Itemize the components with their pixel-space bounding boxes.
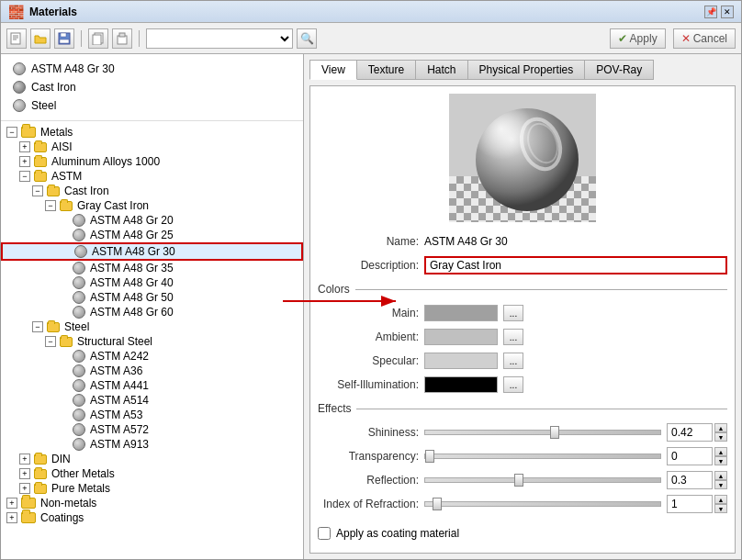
tab-povray[interactable]: POV-Ray <box>584 60 654 80</box>
shininess-thumb[interactable] <box>550 426 559 439</box>
expand-din-icon[interactable]: + <box>19 454 30 465</box>
reflection-track[interactable] <box>424 477 661 483</box>
reflection-row: Reflection: ▲ ▼ <box>318 470 727 490</box>
tree-item-gr35[interactable]: ASTM A48 Gr 35 <box>1 261 303 275</box>
collapse-steel-icon[interactable]: − <box>32 321 43 332</box>
main-color-btn[interactable]: ... <box>503 305 523 321</box>
refraction-up[interactable]: ▲ <box>714 495 727 504</box>
expand-other-icon[interactable]: + <box>19 468 30 479</box>
shininess-down[interactable]: ▼ <box>714 432 727 442</box>
tree-item-astm[interactable]: − ASTM <box>1 169 303 184</box>
transparency-thumb[interactable] <box>425 450 434 463</box>
description-input[interactable] <box>424 256 727 274</box>
collapse-gray-icon[interactable]: − <box>45 200 56 211</box>
expand-aisi-icon[interactable]: + <box>19 141 30 152</box>
tab-physical[interactable]: Physical Properties <box>467 60 586 80</box>
tree-item-gray-cast-iron[interactable]: − Gray Cast Iron <box>1 198 303 213</box>
category-dropdown[interactable] <box>146 28 293 49</box>
transparency-down[interactable]: ▼ <box>714 456 727 465</box>
expand-nonmetals-icon[interactable]: + <box>6 498 17 509</box>
tab-view[interactable]: View <box>309 60 357 80</box>
transparency-up[interactable]: ▲ <box>714 447 727 456</box>
close-button[interactable]: ✕ <box>721 6 734 18</box>
tree-item-gr30[interactable]: ASTM A48 Gr 30 <box>1 242 303 261</box>
shininess-input[interactable] <box>667 423 713 442</box>
reflection-input[interactable] <box>667 471 713 489</box>
svg-rect-10 <box>119 33 125 37</box>
refraction-track[interactable] <box>424 501 661 507</box>
aluminum-label: Aluminum Alloys 1000 <box>51 155 160 168</box>
collapse-astm-icon[interactable]: − <box>19 171 30 182</box>
ambient-color-btn[interactable]: ... <box>503 329 523 345</box>
tree-item-nonmetals[interactable]: + Non-metals <box>1 496 303 510</box>
tree-item-gr40[interactable]: ASTM A48 Gr 40 <box>1 275 303 290</box>
tree-item-din[interactable]: + DIN <box>1 452 303 466</box>
fav-icon-0 <box>12 62 27 76</box>
tree-item-gr20[interactable]: ASTM A48 Gr 20 <box>1 213 303 228</box>
collapse-structural-icon[interactable]: − <box>45 336 56 347</box>
cast-iron-astm-label: Cast Iron <box>64 185 109 197</box>
a441-label: ASTM A441 <box>90 379 149 392</box>
refraction-down[interactable]: ▼ <box>714 504 727 513</box>
tree-item-gr50[interactable]: ASTM A48 Gr 50 <box>1 290 303 305</box>
collapse-metals-icon[interactable]: − <box>6 127 17 138</box>
open-button[interactable] <box>30 28 51 49</box>
tree-item-a36[interactable]: ASTM A36 <box>1 364 303 378</box>
coating-checkbox[interactable] <box>318 527 331 540</box>
ambient-color-swatch[interactable] <box>424 329 498 345</box>
expand-aluminum-icon[interactable]: + <box>19 156 30 167</box>
tree-item-a53[interactable]: ASTM A53 <box>1 408 303 422</box>
tree-item-metals[interactable]: − Metals <box>1 125 303 140</box>
pin-button[interactable]: 📌 <box>704 6 717 18</box>
tree-item-a242[interactable]: ASTM A242 <box>1 349 303 364</box>
reflection-down[interactable]: ▼ <box>714 480 727 489</box>
expand-pure-icon[interactable]: + <box>19 483 30 494</box>
sphere-svg <box>467 103 587 213</box>
shininess-track[interactable] <box>424 430 661 435</box>
copy-button[interactable] <box>88 28 108 49</box>
tree-item-pure-metals[interactable]: + Pure Metals <box>1 481 303 496</box>
tree-item-other-metals[interactable]: + Other Metals <box>1 466 303 481</box>
paste-button[interactable] <box>112 28 132 49</box>
new-button[interactable] <box>6 28 27 49</box>
tree-item-structural[interactable]: − Structural Steel <box>1 334 303 349</box>
tree-item-a441[interactable]: ASTM A441 <box>1 378 303 393</box>
transparency-track[interactable] <box>424 454 661 459</box>
reflection-thumb[interactable] <box>514 474 523 487</box>
shininess-row: Shininess: ▲ ▼ <box>318 422 727 442</box>
tree-item-a572[interactable]: ASTM A572 <box>1 422 303 437</box>
tab-hatch[interactable]: Hatch <box>415 60 467 80</box>
tree-item-aisi[interactable]: + AISI <box>1 140 303 154</box>
favorite-item-2[interactable]: Steel <box>8 96 296 115</box>
favorite-item-0[interactable]: ASTM A48 Gr 30 <box>8 60 296 78</box>
tree-item-aluminum[interactable]: + Aluminum Alloys 1000 <box>1 154 303 169</box>
transparency-input[interactable] <box>667 447 713 465</box>
tree-item-cast-iron-astm[interactable]: − Cast Iron <box>1 184 303 198</box>
favorite-item-1[interactable]: Cast Iron <box>8 78 296 96</box>
tab-texture[interactable]: Texture <box>356 60 416 80</box>
tree-item-a514[interactable]: ASTM A514 <box>1 393 303 408</box>
specular-color-swatch[interactable] <box>424 353 498 369</box>
reflection-up[interactable]: ▲ <box>714 471 727 480</box>
right-panel: View Texture Hatch Physical Properties P… <box>304 54 741 559</box>
tree-item-steel-astm[interactable]: − Steel <box>1 319 303 334</box>
tree-item-gr60[interactable]: ASTM A48 Gr 60 <box>1 305 303 319</box>
shininess-up[interactable]: ▲ <box>714 423 727 432</box>
refraction-thumb[interactable] <box>433 498 442 510</box>
specular-color-btn[interactable]: ... <box>503 353 523 369</box>
collapse-castiron-icon[interactable]: − <box>32 185 43 196</box>
cancel-button[interactable]: ✕ Cancel <box>673 28 736 49</box>
tree-item-gr25[interactable]: ASTM A48 Gr 25 <box>1 228 303 242</box>
expand-coatings-icon[interactable]: + <box>6 512 17 523</box>
save-button[interactable] <box>54 28 74 49</box>
selfillum-color-btn[interactable]: ... <box>503 376 523 393</box>
refraction-input[interactable] <box>667 495 713 513</box>
main-color-swatch[interactable] <box>424 305 498 321</box>
tree-item-a913[interactable]: ASTM A913 <box>1 437 303 452</box>
selfillum-color-swatch[interactable] <box>424 376 498 393</box>
search-button[interactable]: 🔍 <box>297 28 317 49</box>
apply-button[interactable]: ✔ Apply <box>610 28 666 49</box>
astm-folder-icon <box>34 172 47 182</box>
castiron-folder-icon <box>47 186 60 196</box>
tree-item-coatings[interactable]: + Coatings <box>1 510 303 525</box>
